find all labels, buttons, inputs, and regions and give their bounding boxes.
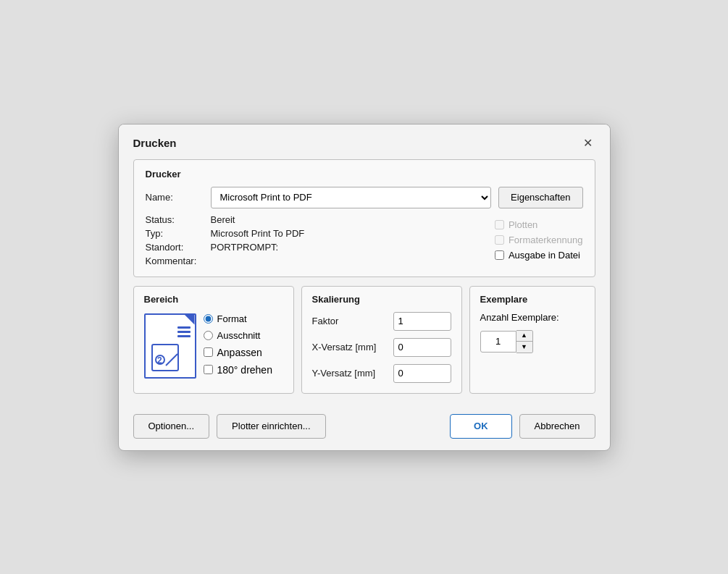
status-value: Bereit — [211, 214, 483, 225]
printer-info-grid: Status: Bereit Typ: Microsoft Print To P… — [146, 214, 483, 266]
kommentar-label: Kommentar: — [146, 256, 211, 266]
skalierung-section: Skalierung Faktor X-Versatz [mm] Y-Versa… — [301, 286, 462, 394]
drehen-row: 180° drehen — [204, 364, 272, 376]
bereich-options: Format Ausschnitt Anpassen 180° dre — [204, 313, 272, 376]
typ-value: Microsoft Print To PDF — [211, 228, 483, 239]
y-versatz-label: Y-Versatz [mm] — [312, 368, 393, 379]
footer-right: OK Abbrechen — [450, 414, 595, 439]
bereich-content: 2 Format Ausschnitt — [144, 312, 283, 379]
svg-line-3 — [166, 354, 177, 366]
ausschnitt-radio-row: Ausschnitt — [204, 330, 272, 341]
formaterkennung-row: Formaterkennung — [495, 235, 583, 245]
kommentar-value — [211, 256, 483, 266]
close-button[interactable]: ✕ — [578, 133, 598, 153]
name-label: Name: — [146, 192, 211, 203]
drehen-label[interactable]: 180° drehen — [217, 364, 272, 376]
faktor-input[interactable] — [393, 312, 451, 331]
drehen-checkbox[interactable] — [204, 365, 213, 374]
formaterkennung-label: Formaterkennung — [509, 235, 583, 245]
eigenschaften-button[interactable]: Eigenschaften — [498, 187, 582, 208]
abbrechen-button[interactable]: Abbrechen — [519, 414, 595, 439]
ausschnitt-radio[interactable] — [204, 331, 213, 340]
format-label[interactable]: Format — [217, 313, 247, 324]
ausgabe-datei-checkbox[interactable] — [495, 250, 504, 260]
x-versatz-label: X-Versatz [mm] — [312, 342, 393, 353]
anzahl-spinner: ▲ ▼ — [480, 330, 533, 353]
page-preview: 2 — [144, 313, 196, 379]
y-versatz-input[interactable] — [393, 364, 451, 383]
footer-left: Optionen... Plotter einrichten... — [133, 414, 326, 439]
title-bar: Drucken ✕ — [119, 124, 610, 159]
exemplare-title: Exemplare — [480, 294, 585, 305]
printer-right: Plotten Formaterkennung Ausgabe in Datei — [483, 214, 583, 266]
right-checkboxes: Plotten Formaterkennung Ausgabe in Datei — [495, 219, 583, 261]
ausgabe-datei-row: Ausgabe in Datei — [495, 250, 580, 261]
page-line-1 — [177, 326, 191, 329]
page-line-3 — [177, 335, 191, 337]
plotter-einrichten-button[interactable]: Plotter einrichten... — [217, 414, 325, 439]
status-label: Status: — [146, 214, 211, 225]
printer-info-row: Status: Bereit Typ: Microsoft Print To P… — [146, 214, 583, 266]
skalierung-grid: Faktor X-Versatz [mm] Y-Versatz [mm] — [312, 312, 451, 383]
spinner-up-button[interactable]: ▲ — [516, 331, 532, 342]
dialog-title: Drucken — [133, 137, 177, 149]
printer-name-select[interactable]: Microsoft Print to PDF — [211, 187, 492, 208]
svg-text:2: 2 — [157, 355, 162, 366]
optionen-button[interactable]: Optionen... — [133, 414, 210, 439]
anpassen-label[interactable]: Anpassen — [217, 347, 262, 358]
bereich-section: Bereich 2 — [133, 286, 294, 394]
plotten-row: Plotten — [495, 219, 537, 230]
page-line-2 — [177, 331, 191, 333]
standort-label: Standort: — [146, 242, 211, 253]
spinner-down-button[interactable]: ▼ — [516, 342, 532, 353]
footer: Optionen... Plotter einrichten... OK Abb… — [119, 414, 610, 450]
format-radio[interactable] — [204, 314, 213, 324]
format-radio-row: Format — [204, 313, 272, 324]
print-dialog: Drucken ✕ Drucker Name: Microsoft Print … — [118, 124, 611, 451]
ok-button[interactable]: OK — [450, 414, 512, 439]
dialog-body: Drucker Name: Microsoft Print to PDF Eig… — [119, 159, 610, 414]
x-versatz-input[interactable] — [393, 338, 451, 357]
drucker-section: Drucker Name: Microsoft Print to PDF Eig… — [133, 159, 595, 277]
anpassen-checkbox[interactable] — [204, 347, 213, 357]
ausgabe-datei-label: Ausgabe in Datei — [509, 250, 580, 261]
exemplare-section: Exemplare Anzahl Exemplare: ▲ ▼ — [469, 286, 595, 394]
exemplare-content: Anzahl Exemplare: ▲ ▼ — [480, 312, 585, 353]
anpassen-row: Anpassen — [204, 347, 272, 358]
bereich-title: Bereich — [144, 294, 283, 305]
printer-left: Status: Bereit Typ: Microsoft Print To P… — [146, 214, 483, 266]
lower-sections: Bereich 2 — [133, 286, 595, 394]
standort-value: PORTPROMPT: — [211, 242, 483, 253]
preview-drawing-icon: 2 — [151, 344, 179, 371]
skalierung-title: Skalierung — [312, 294, 451, 305]
printer-name-row: Name: Microsoft Print to PDF Eigenschaft… — [146, 187, 583, 208]
formaterkennung-checkbox[interactable] — [495, 235, 504, 245]
typ-label: Typ: — [146, 228, 211, 239]
faktor-label: Faktor — [312, 316, 393, 326]
plotten-label: Plotten — [509, 219, 537, 230]
anzahl-input[interactable] — [480, 331, 516, 353]
drucker-section-title: Drucker — [146, 169, 583, 180]
page-corner — [185, 315, 195, 325]
plotten-checkbox[interactable] — [495, 220, 504, 229]
page-lines — [177, 326, 191, 337]
anzahl-label: Anzahl Exemplare: — [480, 312, 559, 323]
spinner-buttons: ▲ ▼ — [516, 330, 533, 353]
ausschnitt-label[interactable]: Ausschnitt — [217, 330, 261, 341]
